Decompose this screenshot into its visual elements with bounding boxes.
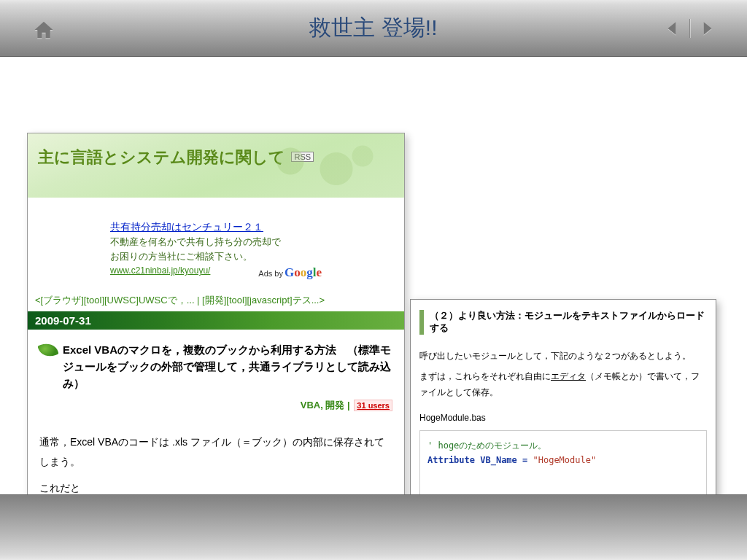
ad-body-2: お困りの方当社にご相談下さい。 [110, 249, 322, 264]
blog-header: 主に言語とシステム開発に関して RSS [28, 133, 404, 198]
blog-title[interactable]: 主に言語とシステム開発に関して [38, 148, 285, 166]
editor-link[interactable]: エディタ [551, 371, 586, 381]
nav-divider [689, 19, 690, 38]
date-bar: 2009-07-31 [28, 311, 404, 330]
slide-title: 救世主 登場!! [309, 13, 437, 43]
para-1: 通常，Excel VBAのコードは .xls ファイル（＝ブック）の内部に保存さ… [39, 432, 392, 471]
toolbar: 救世主 登場!! [0, 0, 747, 57]
entry-title[interactable]: Excel VBAのマクロを，複数のブックから利用する方法 （標準モジュールをブ… [63, 341, 392, 392]
ads-by-google[interactable]: Ads by Google [258, 263, 322, 282]
entry-tags: VBA, 開発 | 31 users [39, 399, 392, 412]
section-title: （２）より良い方法：モジュールをテキストファイルからロードする [419, 310, 707, 335]
tag-list[interactable]: VBA, 開発 [301, 400, 345, 411]
code-filename: HogeModule.bas [419, 413, 707, 423]
rss-badge[interactable]: RSS [291, 152, 314, 162]
blog-screenshot-left: 主に言語とシステム開発に関して RSS 共有持分売却はセンチュリー２１ 不動産を… [27, 133, 405, 509]
right-para-2: まずは，これらをそれぞれ自由にエディタ（メモ帳とか）で書いて，ファイルとして保存… [419, 368, 707, 400]
leaf-icon [37, 340, 58, 359]
ads-by-label: Ads by [258, 268, 283, 280]
footer-bar [0, 494, 747, 560]
ad-title[interactable]: 共有持分売却はセンチュリー２１ [110, 219, 322, 235]
ad-url[interactable]: www.c21ninbai.jp/kyouyu/ [110, 265, 210, 276]
breadcrumb[interactable]: <[ブラウザ][tool][UWSC]UWSCで，... | [開発][tool… [28, 288, 404, 311]
entry-block: Excel VBAのマクロを，複数のブックから利用する方法 （標準モジュールをブ… [28, 330, 404, 510]
users-badge[interactable]: 31 users [354, 400, 392, 411]
prev-arrow-icon[interactable] [663, 19, 682, 38]
ad-block[interactable]: 共有持分売却はセンチュリー２１ 不動産を何名かで共有し持ち分の売却で お困りの方… [110, 219, 322, 278]
nav-arrows [663, 19, 716, 38]
slide-stage: 主に言語とシステム開発に関して RSS 共有持分売却はセンチュリー２１ 不動産を… [0, 57, 747, 494]
ad-body-1: 不動産を何名かで共有し持ち分の売却で [110, 235, 322, 249]
right-para-1: 呼び出したいモジュールとして，下記のような２つがあるとしよう。 [419, 348, 707, 364]
home-button[interactable] [33, 19, 55, 39]
next-arrow-icon[interactable] [697, 19, 716, 38]
